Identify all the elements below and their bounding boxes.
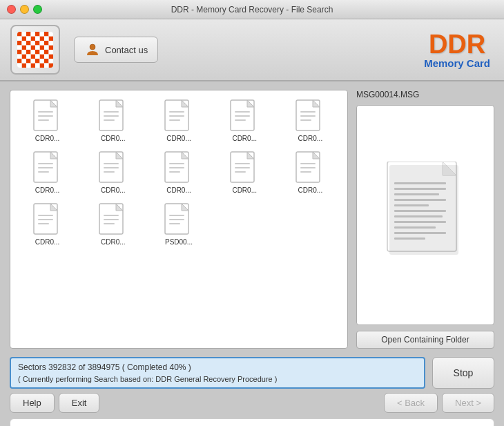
file-icon — [164, 151, 194, 185]
file-item[interactable]: CDR0... — [279, 148, 342, 197]
svg-rect-44 — [169, 163, 184, 164]
file-label: CDR0... — [101, 186, 126, 194]
file-label: CDR0... — [101, 238, 126, 246]
svg-rect-69 — [169, 215, 184, 216]
svg-rect-66 — [104, 223, 115, 224]
svg-rect-50 — [235, 167, 250, 168]
svg-rect-34 — [38, 163, 53, 164]
contact-label: Contact us — [105, 45, 148, 55]
svg-rect-54 — [300, 163, 316, 164]
window-controls — [7, 5, 42, 14]
app-logo — [10, 25, 60, 75]
svg-rect-35 — [38, 167, 53, 168]
file-icon — [98, 151, 128, 185]
maximize-button[interactable] — [33, 5, 42, 14]
svg-rect-20 — [169, 115, 184, 117]
stop-button[interactable]: Stop — [432, 357, 494, 389]
brand: DDR Memory Card — [424, 31, 490, 69]
file-item[interactable]: CDR0... — [16, 148, 79, 197]
file-icon — [295, 151, 325, 185]
svg-rect-65 — [104, 219, 119, 220]
svg-rect-45 — [169, 167, 184, 168]
file-icon — [32, 151, 63, 185]
file-item[interactable]: CDR0... — [81, 148, 144, 197]
svg-rect-40 — [104, 167, 119, 168]
file-item[interactable]: CDR0... — [279, 96, 342, 145]
svg-rect-41 — [104, 171, 115, 173]
contact-button[interactable]: Contact us — [74, 37, 158, 63]
file-item[interactable]: CDR0... — [213, 148, 276, 197]
svg-rect-71 — [169, 223, 180, 224]
svg-rect-11 — [38, 119, 49, 121]
svg-rect-9 — [38, 111, 53, 113]
progress-line1: Sectors 392832 of 3894975 ( Completed 40… — [18, 362, 417, 372]
file-icon — [164, 202, 194, 237]
nav-bar: Help Exit < Back Next > — [10, 393, 494, 413]
brand-title: DDR — [424, 31, 490, 57]
file-label: CDR0... — [101, 135, 126, 142]
file-icon — [98, 202, 128, 237]
help-button[interactable]: Help — [10, 393, 55, 413]
svg-rect-24 — [235, 111, 250, 113]
file-icon — [229, 99, 260, 133]
file-icon — [295, 99, 325, 133]
svg-rect-56 — [300, 171, 311, 173]
info-bar: To stop recovery, click on 'Stop' Button… — [10, 418, 494, 426]
file-grid[interactable]: CDR0... CDR0... — [10, 90, 348, 349]
file-item[interactable]: CDR0... — [147, 148, 210, 197]
file-item[interactable]: CDR0... — [213, 96, 276, 145]
svg-rect-19 — [169, 111, 184, 113]
file-label: CDR0... — [35, 186, 60, 194]
svg-rect-70 — [169, 219, 184, 220]
svg-rect-10 — [38, 115, 53, 117]
minimize-button[interactable] — [20, 5, 29, 14]
back-button[interactable]: < Back — [384, 393, 438, 413]
svg-rect-15 — [104, 115, 119, 117]
svg-rect-26 — [235, 119, 246, 121]
file-icon — [32, 202, 63, 237]
file-label: CDR0... — [232, 186, 257, 194]
svg-rect-39 — [104, 163, 119, 164]
bottom-area: Sectors 392832 of 3894975 ( Completed 40… — [0, 357, 504, 426]
close-button[interactable] — [7, 5, 16, 14]
file-item[interactable]: CDR0... — [16, 200, 79, 249]
svg-rect-86 — [389, 165, 458, 255]
window-title: DDR - Memory Card Recovery - File Search — [171, 5, 333, 14]
main-content: CDR0... CDR0... — [0, 81, 504, 357]
file-label: CDR0... — [232, 135, 257, 142]
svg-rect-25 — [235, 115, 250, 117]
preview-box — [356, 105, 494, 325]
progress-box: Sectors 392832 of 3894975 ( Completed 40… — [10, 357, 425, 389]
svg-rect-60 — [38, 219, 53, 220]
preview-document-icon — [384, 162, 467, 269]
file-icon — [229, 151, 260, 185]
svg-rect-21 — [169, 119, 180, 121]
file-item[interactable]: PSD00... — [147, 200, 210, 249]
svg-rect-36 — [38, 171, 49, 173]
svg-rect-14 — [104, 111, 119, 113]
file-item[interactable]: CDR0... — [147, 96, 210, 145]
file-item[interactable]: CDR0... — [81, 96, 144, 145]
file-icon — [32, 99, 63, 133]
file-item[interactable]: CDR0... — [81, 200, 144, 249]
open-folder-button[interactable]: Open Containing Folder — [356, 331, 494, 349]
svg-rect-16 — [104, 119, 115, 121]
exit-button[interactable]: Exit — [59, 393, 100, 413]
svg-rect-59 — [38, 215, 53, 216]
file-label: CDR0... — [35, 238, 60, 246]
svg-rect-61 — [38, 223, 49, 224]
file-label: CDR0... — [166, 135, 191, 142]
svg-rect-31 — [300, 119, 311, 121]
header: Contact us DDR Memory Card — [0, 19, 504, 81]
preview-panel: MSG00014.MSG — [356, 90, 494, 349]
preview-filename: MSG00014.MSG — [356, 90, 494, 99]
logo-icon — [17, 32, 53, 68]
file-label: CDR0... — [35, 135, 60, 142]
next-button[interactable]: Next > — [442, 393, 494, 413]
contact-icon — [84, 41, 101, 58]
svg-rect-30 — [300, 115, 316, 117]
titlebar: DDR - Memory Card Recovery - File Search — [0, 0, 504, 19]
progress-line2: ( Currently performing Search based on: … — [18, 375, 417, 383]
brand-subtitle: Memory Card — [424, 57, 490, 69]
file-item[interactable]: CDR0... — [16, 96, 79, 145]
